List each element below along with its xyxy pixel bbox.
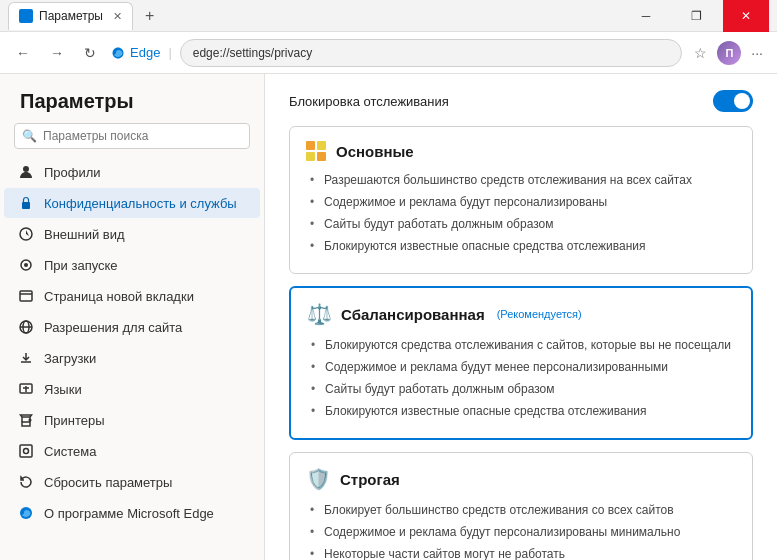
forward-button[interactable]: → (44, 41, 70, 65)
sidebar-item-appearance[interactable]: Внешний вид (4, 219, 260, 249)
balanced-bullet-0: Блокируются средства отслеживания с сайт… (311, 336, 735, 354)
svg-point-13 (29, 419, 31, 421)
sidebar-item-startup[interactable]: При запуске (4, 250, 260, 280)
svg-point-4 (24, 263, 28, 267)
address-input[interactable] (180, 39, 683, 67)
tab-favicon (19, 9, 33, 23)
edge-label: Edge (130, 45, 160, 60)
minimize-button[interactable]: ─ (623, 0, 669, 32)
balanced-bullet-2: Сайты будут работать должным образом (311, 380, 735, 398)
svg-point-15 (24, 449, 29, 454)
sidebar-item-profiles[interactable]: Профили (4, 157, 260, 187)
content-inner: Блокировка отслеживания Основные Разреша… (265, 74, 777, 560)
menu-button[interactable]: ··· (747, 41, 767, 65)
sidebar: Параметры 🔍 Профили Конфиденциальность и… (0, 74, 265, 560)
sidebar-item-siteperms[interactable]: Разрешения для сайта (4, 312, 260, 342)
balanced-bullet-3: Блокируются известные опасные средства о… (311, 402, 735, 420)
card-balanced[interactable]: ⚖️ Сбалансированная (Рекомендуется) Блок… (289, 286, 753, 440)
title-bar: Параметры ✕ + ─ ❐ ✕ (0, 0, 777, 32)
basic-bullet-2: Сайты будут работать должным образом (310, 215, 736, 233)
edge-icon (18, 505, 34, 521)
sidebar-item-newtab[interactable]: Страница новой вкладки (4, 281, 260, 311)
card-basic-header: Основные (306, 141, 736, 161)
search-box: 🔍 (14, 123, 250, 149)
strict-bullet-0: Блокирует большинство средств отслеживан… (310, 501, 736, 519)
appearance-icon (18, 226, 34, 242)
sidebar-item-profiles-label: Профили (44, 165, 101, 180)
tab-title: Параметры (39, 9, 103, 23)
tab-close-button[interactable]: ✕ (113, 10, 122, 23)
sidebar-item-languages-label: Языки (44, 382, 82, 397)
sidebar-item-reset-label: Сбросить параметры (44, 475, 172, 490)
title-bar-left: Параметры ✕ + (8, 2, 160, 30)
back-button[interactable]: ← (10, 41, 36, 65)
sidebar-item-siteperms-label: Разрешения для сайта (44, 320, 182, 335)
address-bar-right: ☆ П ··· (690, 41, 767, 65)
startup-icon (18, 257, 34, 273)
card-basic-list: Разрешаются большинство средств отслежив… (306, 171, 736, 255)
sidebar-item-languages[interactable]: Языки (4, 374, 260, 404)
close-button[interactable]: ✕ (723, 0, 769, 32)
avatar-letter: П (725, 47, 733, 59)
svg-rect-5 (20, 291, 32, 301)
basic-icon (306, 141, 326, 161)
main-content: Параметры 🔍 Профили Конфиденциальность и… (0, 74, 777, 560)
search-input[interactable] (14, 123, 250, 149)
card-balanced-title: Сбалансированная (341, 306, 485, 323)
globe-icon (18, 319, 34, 335)
card-balanced-header: ⚖️ Сбалансированная (Рекомендуется) (307, 302, 735, 326)
newtab-icon (18, 288, 34, 304)
scales-icon: ⚖️ (307, 302, 331, 326)
star-button[interactable]: ☆ (690, 41, 711, 65)
balanced-bullet-1: Содержимое и реклама будут менее персона… (311, 358, 735, 376)
card-strict-header: 🛡️ Строгая (306, 467, 736, 491)
person-icon (18, 164, 34, 180)
sidebar-item-system[interactable]: Система (4, 436, 260, 466)
sidebar-item-printers-label: Принтеры (44, 413, 105, 428)
tracking-label: Блокировка отслеживания (289, 94, 449, 109)
browser-tab[interactable]: Параметры ✕ (8, 2, 133, 30)
search-icon: 🔍 (22, 129, 37, 143)
svg-point-0 (23, 166, 29, 172)
edge-logo: Edge (110, 45, 160, 61)
sidebar-item-downloads[interactable]: Загрузки (4, 343, 260, 373)
title-bar-controls: ─ ❐ ✕ (623, 0, 769, 32)
sidebar-item-printers[interactable]: Принтеры (4, 405, 260, 435)
sidebar-title: Параметры (0, 74, 264, 123)
sidebar-item-privacy-label: Конфиденциальность и службы (44, 196, 237, 211)
new-tab-button[interactable]: + (139, 5, 160, 27)
sidebar-item-reset[interactable]: Сбросить параметры (4, 467, 260, 497)
lock-icon (18, 195, 34, 211)
card-balanced-subtitle: (Рекомендуется) (497, 308, 582, 320)
sidebar-item-privacy[interactable]: Конфиденциальность и службы (4, 188, 260, 218)
sidebar-item-downloads-label: Загрузки (44, 351, 96, 366)
content-area: Блокировка отслеживания Основные Разреша… (265, 74, 777, 560)
profile-avatar[interactable]: П (717, 41, 741, 65)
card-strict-list: Блокирует большинство средств отслеживан… (306, 501, 736, 560)
card-balanced-list: Блокируются средства отслеживания с сайт… (307, 336, 735, 420)
strict-bullet-1: Содержимое и реклама будут персонализиро… (310, 523, 736, 541)
basic-bullet-0: Разрешаются большинство средств отслежив… (310, 171, 736, 189)
edge-logo-icon (110, 45, 126, 61)
card-basic[interactable]: Основные Разрешаются большинство средств… (289, 126, 753, 274)
basic-bullet-3: Блокируются известные опасные средства о… (310, 237, 736, 255)
strict-bullet-2: Некоторые части сайтов могут не работать (310, 545, 736, 560)
refresh-button[interactable]: ↻ (78, 41, 102, 65)
card-strict-title: Строгая (340, 471, 400, 488)
sidebar-item-startup-label: При запуске (44, 258, 118, 273)
svg-rect-12 (22, 422, 30, 426)
sidebar-item-about-label: О программе Microsoft Edge (44, 506, 214, 521)
system-icon (18, 443, 34, 459)
reset-icon (18, 474, 34, 490)
address-separator: | (168, 45, 171, 60)
card-strict[interactable]: 🛡️ Строгая Блокирует большинство средств… (289, 452, 753, 560)
download-icon (18, 350, 34, 366)
svg-rect-1 (22, 202, 30, 209)
sidebar-item-appearance-label: Внешний вид (44, 227, 125, 242)
languages-icon (18, 381, 34, 397)
tracking-header: Блокировка отслеживания (289, 90, 753, 112)
restore-button[interactable]: ❐ (673, 0, 719, 32)
sidebar-item-newtab-label: Страница новой вкладки (44, 289, 194, 304)
sidebar-item-about[interactable]: О программе Microsoft Edge (4, 498, 260, 528)
tracking-toggle[interactable] (713, 90, 753, 112)
